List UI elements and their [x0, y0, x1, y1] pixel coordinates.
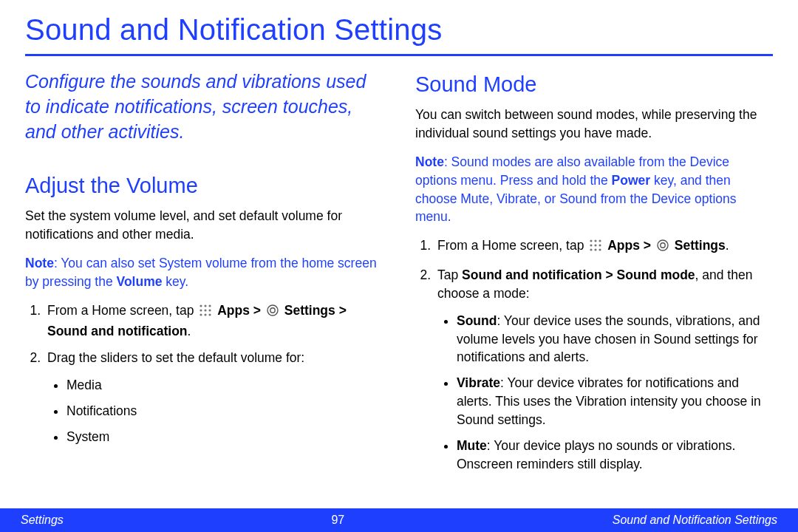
- svg-point-21: [661, 243, 665, 248]
- apps-label: Apps >: [217, 303, 265, 318]
- svg-point-3: [200, 309, 202, 311]
- list-item: Media: [66, 376, 383, 395]
- footer-left: Settings: [21, 514, 64, 527]
- mode-label: Mute: [457, 438, 487, 453]
- svg-point-14: [590, 245, 593, 247]
- note-label: Note: [415, 154, 444, 169]
- svg-point-0: [200, 304, 202, 307]
- heading-sound-mode: Sound Mode: [415, 69, 773, 100]
- settings-label: Settings: [675, 238, 726, 253]
- mode-body: : Your device uses the sounds, vibration…: [457, 313, 760, 365]
- svg-point-2: [209, 304, 211, 307]
- settings-gear-icon: [266, 304, 279, 322]
- list-item: Drag the sliders to set the default volu…: [44, 349, 383, 446]
- list-item: System: [66, 428, 383, 446]
- settings-gear-icon: [656, 239, 669, 257]
- apps-grid-icon: [589, 239, 602, 257]
- step-text: Drag the sliders to set the default volu…: [47, 350, 304, 365]
- adjust-volume-desc: Set the system volume level, and set def…: [25, 207, 383, 244]
- sound-mode-steps: From a Home screen, tap Apps > Settings.…: [415, 236, 773, 473]
- svg-point-5: [209, 309, 211, 311]
- footer-right: Sound and Notification Settings: [613, 514, 777, 527]
- list-item: From a Home screen, tap Apps > Settings.: [434, 236, 773, 257]
- step-text: From a Home screen, tap: [437, 238, 587, 253]
- mode-label: Vibrate: [457, 375, 500, 390]
- step-tail: .: [188, 324, 191, 338]
- svg-point-19: [599, 249, 601, 251]
- right-column: Sound Mode You can switch between sound …: [415, 69, 773, 482]
- mode-bullets: Sound: Your device uses the sounds, vibr…: [437, 312, 773, 474]
- list-item: Sound: Your device uses the sounds, vibr…: [457, 312, 773, 367]
- note-sound-mode: Note: Sound modes are also available fro…: [415, 153, 773, 226]
- heading-adjust-volume: Adjust the Volume: [25, 171, 383, 201]
- apps-label: Apps >: [607, 238, 655, 253]
- intro-text: Configure the sounds and vibrations used…: [25, 69, 383, 144]
- note-bold: Volume: [117, 274, 163, 289]
- svg-point-1: [205, 304, 207, 307]
- note-label: Note: [25, 256, 54, 270]
- svg-point-9: [267, 305, 278, 316]
- mode-body: : Your device vibrates for notifications…: [457, 375, 761, 427]
- list-item: Tap Sound and notification > Sound mode,…: [434, 266, 773, 473]
- content-columns: Configure the sounds and vibrations used…: [25, 69, 773, 482]
- svg-point-16: [599, 245, 601, 247]
- note-volume: Note: You can also set System volume fro…: [25, 254, 383, 291]
- svg-point-18: [595, 249, 597, 251]
- volume-bullets: Media Notifications System: [47, 376, 383, 446]
- sound-mode-desc: You can switch between sound modes, whil…: [415, 106, 773, 143]
- svg-point-8: [209, 313, 211, 316]
- list-item: Mute: Your device plays no sounds or vib…: [457, 437, 773, 474]
- svg-point-10: [270, 308, 275, 313]
- page: Sound and Notification Settings Configur…: [0, 0, 798, 532]
- svg-point-6: [200, 313, 202, 316]
- list-item: From a Home screen, tap Apps > Settings …: [44, 301, 383, 341]
- note-bold: Power: [612, 173, 651, 188]
- note-body: : You can also set System volume from th…: [25, 256, 377, 289]
- svg-point-17: [590, 249, 593, 251]
- mode-body: : Your device plays no sounds or vibrati…: [457, 438, 735, 471]
- footer-page-number: 97: [331, 514, 344, 527]
- note-tail: key.: [162, 274, 188, 289]
- mode-label: Sound: [457, 313, 497, 328]
- apps-grid-icon: [199, 304, 212, 322]
- svg-point-12: [595, 240, 597, 242]
- svg-point-11: [590, 240, 593, 242]
- svg-point-13: [599, 240, 601, 242]
- svg-point-4: [205, 309, 207, 311]
- footer-bar: Settings 97 Sound and Notification Setti…: [0, 508, 798, 532]
- svg-point-7: [205, 313, 207, 316]
- svg-point-15: [595, 245, 597, 247]
- page-title: Sound and Notification Settings: [25, 13, 773, 56]
- step-bold: Sound and notification > Sound mode: [462, 267, 695, 282]
- step-text: From a Home screen, tap: [47, 303, 197, 318]
- list-item: Notifications: [66, 402, 383, 420]
- left-column: Configure the sounds and vibrations used…: [25, 69, 383, 482]
- list-item: Vibrate: Your device vibrates for notifi…: [457, 374, 773, 429]
- step-text: Tap: [437, 267, 462, 282]
- adjust-volume-steps: From a Home screen, tap Apps > Settings …: [25, 301, 383, 446]
- svg-point-20: [658, 240, 668, 250]
- step-tail: .: [726, 238, 729, 253]
